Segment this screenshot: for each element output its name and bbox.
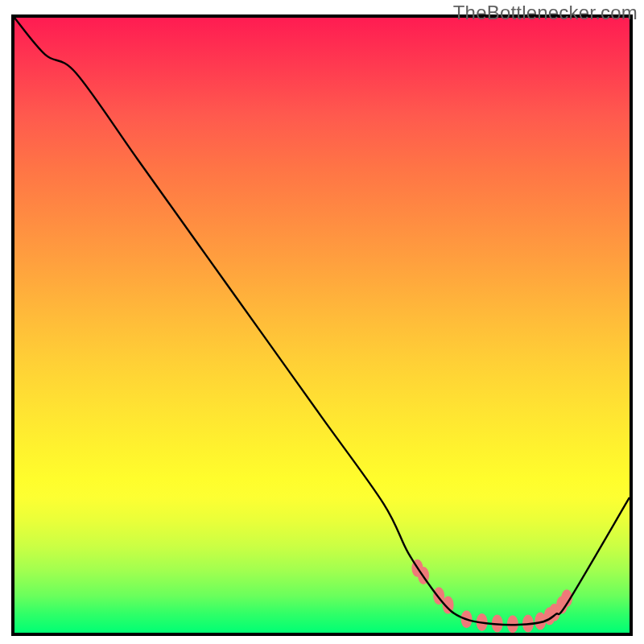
plot-area — [14, 18, 630, 633]
curve-layer — [14, 18, 630, 633]
marker-group — [411, 559, 572, 633]
bottleneck-curve — [14, 18, 630, 625]
watermark-text: TheBottlenecker.com — [453, 2, 638, 24]
bottleneck-chart: TheBottlenecker.com — [0, 0, 644, 644]
